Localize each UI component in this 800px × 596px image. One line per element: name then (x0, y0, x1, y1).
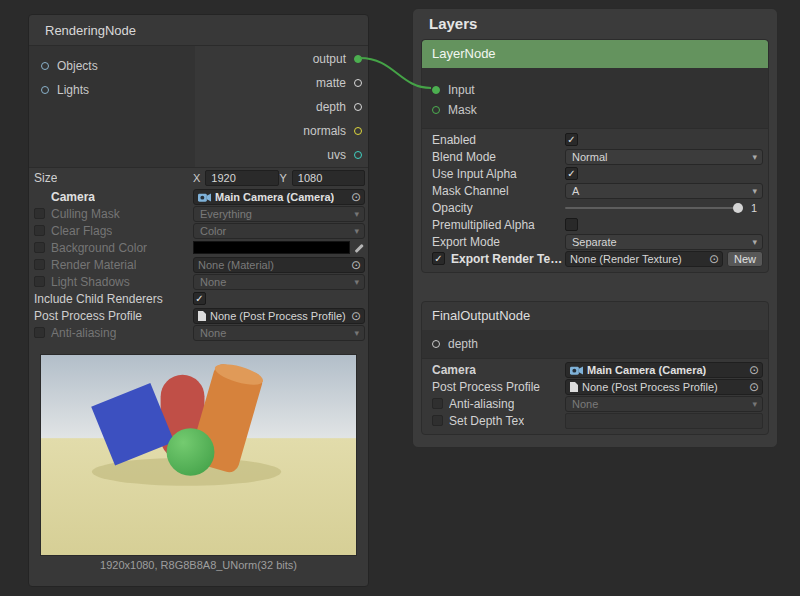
output-port-normals[interactable]: normals (195, 119, 368, 143)
culling-mask-dropdown[interactable]: Everything ▾ (193, 206, 365, 222)
override-checkbox[interactable] (432, 415, 443, 426)
object-picker-icon[interactable]: ⊙ (749, 364, 759, 376)
row-render-material: Render Material None (Material) ⊙ (29, 256, 368, 273)
input-port-input[interactable]: Input (422, 80, 768, 100)
opacity-value: 1 (751, 202, 763, 214)
final-aa-dropdown[interactable]: None ▾ (565, 396, 763, 412)
object-picker-icon[interactable]: ⊙ (351, 259, 361, 271)
layer-node-title[interactable]: LayerNode (422, 40, 768, 68)
override-checkbox[interactable] (34, 208, 45, 219)
set-depth-tex-field[interactable] (565, 413, 763, 429)
row-final-post-process-profile: Post Process Profile None (Post Process … (422, 378, 768, 395)
opacity-slider[interactable]: 1 (565, 202, 763, 214)
row-premultiplied-alpha: Premultiplied Alpha (422, 216, 768, 233)
rendering-node-title[interactable]: RenderingNode (29, 15, 368, 46)
camera-icon (570, 365, 583, 375)
input-port-depth[interactable]: depth (422, 334, 768, 354)
include-child-renderers-checkbox[interactable]: ✓ (193, 292, 206, 305)
input-port-lights[interactable]: Lights (29, 78, 195, 102)
use-input-alpha-label: Use Input Alpha (432, 167, 517, 181)
background-color-swatch[interactable] (193, 241, 350, 254)
blend-mode-dropdown[interactable]: Normal ▾ (565, 149, 763, 165)
port-circle-icon (41, 62, 49, 70)
row-blend-mode: Blend Mode Normal ▾ (422, 148, 768, 165)
document-icon (198, 311, 206, 321)
port-circle-icon (432, 86, 440, 94)
node-graph-canvas: RenderingNode Objects Lights output m (0, 0, 800, 596)
object-picker-icon[interactable]: ⊙ (351, 191, 361, 203)
enabled-checkbox[interactable]: ✓ (565, 133, 578, 146)
clear-flags-label: Clear Flags (51, 224, 112, 238)
check-icon: ✓ (434, 254, 442, 264)
port-circle-icon (354, 103, 362, 111)
export-render-texture-value: None (Render Texture) (570, 253, 682, 265)
final-aa-value: None (572, 398, 598, 410)
layers-group-title[interactable]: Layers (413, 9, 777, 39)
export-render-texture-label: Export Render Texture (451, 252, 565, 266)
output-port-matte[interactable]: matte (195, 71, 368, 95)
output-port-uvs[interactable]: uvs (195, 143, 368, 167)
final-aa-label: Anti-aliasing (449, 397, 514, 411)
light-shadows-value: None (200, 276, 226, 288)
override-checkbox[interactable] (432, 398, 443, 409)
render-material-value: None (Material) (198, 259, 274, 271)
export-render-texture-checkbox[interactable]: ✓ (432, 252, 445, 265)
final-camera-field[interactable]: Main Camera (Camera) ⊙ (565, 362, 763, 378)
row-enabled: Enabled ✓ (422, 131, 768, 148)
row-culling-mask: Culling Mask Everything ▾ (29, 205, 368, 222)
override-checkbox[interactable] (34, 276, 45, 287)
override-checkbox[interactable] (34, 327, 45, 338)
object-picker-icon[interactable]: ⊙ (351, 310, 361, 322)
render-preview-image (40, 354, 357, 556)
rendering-node-ports: Objects Lights output matte depth (29, 46, 368, 168)
override-checkbox[interactable] (34, 259, 45, 270)
new-button[interactable]: New (727, 251, 763, 267)
clear-flags-dropdown[interactable]: Color ▾ (193, 223, 365, 239)
render-material-field[interactable]: None (Material) ⊙ (193, 257, 365, 273)
set-depth-tex-label: Set Depth Tex (449, 414, 524, 428)
camera-icon (198, 192, 211, 202)
output-port-output[interactable]: output (195, 47, 368, 71)
object-picker-icon[interactable]: ⊙ (709, 253, 719, 265)
output-port-depth[interactable]: depth (195, 95, 368, 119)
light-shadows-dropdown[interactable]: None ▾ (193, 274, 365, 290)
row-final-camera: Camera Main Camera (Camera) ⊙ (422, 361, 768, 378)
override-checkbox[interactable] (34, 225, 45, 236)
anti-aliasing-dropdown[interactable]: None ▾ (193, 325, 365, 341)
mask-channel-dropdown[interactable]: A ▾ (565, 183, 763, 199)
final-ppp-field[interactable]: None (Post Process Profile) ⊙ (565, 379, 763, 395)
final-output-node-title[interactable]: FinalOutputNode (422, 302, 768, 330)
export-mode-dropdown[interactable]: Separate ▾ (565, 234, 763, 250)
input-port-objects[interactable]: Objects (29, 54, 195, 78)
culling-mask-value: Everything (200, 208, 252, 220)
port-circle-icon (41, 86, 49, 94)
mask-channel-label: Mask Channel (432, 184, 509, 198)
row-size: Size X 1920 Y 1080 (29, 168, 368, 188)
row-camera: Camera Main Camera (Camera) ⊙ (29, 188, 368, 205)
light-shadows-label: Light Shadows (51, 275, 130, 289)
camera-object-field[interactable]: Main Camera (Camera) ⊙ (193, 189, 365, 205)
row-export-mode: Export Mode Separate ▾ (422, 233, 768, 250)
check-icon: ✓ (195, 294, 203, 304)
chevron-down-icon: ▾ (350, 209, 359, 219)
use-input-alpha-checkbox[interactable]: ✓ (565, 167, 578, 180)
blend-mode-value: Normal (572, 151, 607, 163)
row-background-color: Background Color (29, 239, 368, 256)
override-checkbox[interactable] (34, 242, 45, 253)
slider-track[interactable] (565, 207, 743, 209)
input-port-mask[interactable]: Mask (422, 100, 768, 120)
export-render-texture-field[interactable]: None (Render Texture) ⊙ (565, 251, 723, 267)
premultiplied-alpha-checkbox[interactable] (565, 218, 578, 231)
post-process-profile-field[interactable]: None (Post Process Profile) ⊙ (193, 308, 365, 324)
row-include-child-renderers: Include Child Renderers ✓ (29, 290, 368, 307)
chevron-down-icon: ▾ (748, 186, 757, 196)
eyedropper-icon[interactable] (353, 242, 365, 254)
slider-handle[interactable] (733, 203, 743, 213)
size-x-input[interactable]: 1920 (205, 170, 278, 186)
object-picker-icon[interactable]: ⊙ (749, 381, 759, 393)
port-circle-icon (354, 151, 362, 159)
row-use-input-alpha: Use Input Alpha ✓ (422, 165, 768, 182)
port-circle-icon (354, 127, 362, 135)
size-y-input[interactable]: 1080 (292, 170, 365, 186)
layers-group: Layers LayerNode Input Mask Enabled ✓ (412, 8, 778, 448)
